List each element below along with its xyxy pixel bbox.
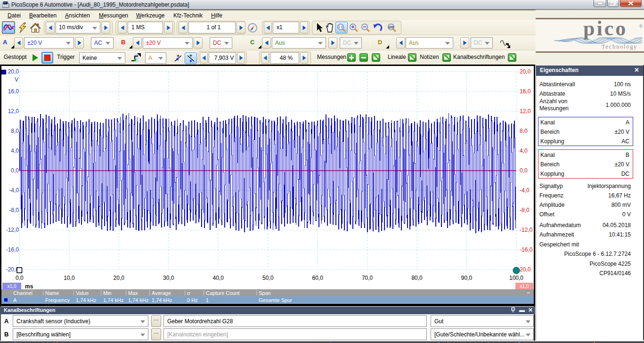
svg-text:V: V [15, 76, 18, 83]
svg-text:20,0: 20,0 [520, 68, 531, 75]
svg-text:20,0: 20,0 [520, 266, 531, 273]
svg-text:10,0: 10,0 [64, 275, 75, 281]
svg-text:80,0: 80,0 [411, 275, 423, 281]
svg-text:-8,0: -8,0 [520, 207, 530, 213]
svg-text:50,0: 50,0 [262, 275, 274, 281]
svg-text:x1,0: x1,0 [8, 284, 16, 289]
svg-text:20,0: 20,0 [114, 275, 125, 281]
svg-text:0,0: 0,0 [16, 275, 24, 281]
svg-text:100,0: 100,0 [509, 275, 523, 281]
svg-text:-4,0: -4,0 [9, 187, 19, 194]
svg-text:4,0: 4,0 [520, 147, 528, 154]
svg-text:16,0: 16,0 [8, 88, 19, 95]
svg-text:100: 100 [388, 25, 394, 29]
svg-text:Technology: Technology [602, 43, 637, 50]
svg-text:20,0: 20,0 [8, 68, 19, 75]
svg-text:x1,0: x1,0 [520, 284, 529, 289]
svg-text:ms: ms [25, 283, 33, 290]
svg-text:-12,0: -12,0 [6, 227, 19, 233]
svg-text:70,0: 70,0 [362, 275, 373, 281]
svg-text:-16,0: -16,0 [520, 246, 533, 253]
svg-text:40,0: 40,0 [213, 275, 224, 281]
svg-text:0,0: 0,0 [520, 167, 528, 174]
svg-text:16,0: 16,0 [520, 88, 531, 95]
svg-text:-4,0: -4,0 [520, 187, 530, 194]
svg-text:60,0: 60,0 [312, 275, 324, 281]
svg-text:90,0: 90,0 [461, 275, 473, 281]
svg-text:4,0: 4,0 [11, 147, 19, 154]
svg-text:12,0: 12,0 [520, 108, 531, 114]
svg-text:-16,0: -16,0 [6, 246, 19, 253]
svg-text:30,0: 30,0 [163, 275, 174, 281]
svg-text:8,0: 8,0 [520, 128, 528, 134]
svg-text:®: ® [639, 23, 643, 29]
svg-text:0,0: 0,0 [11, 167, 19, 174]
svg-text:12,0: 12,0 [8, 108, 19, 114]
svg-text:8,0: 8,0 [11, 128, 19, 134]
svg-text:-12,0: -12,0 [520, 227, 533, 233]
svg-text:pico: pico [583, 19, 628, 40]
svg-text:-8,0: -8,0 [9, 207, 19, 213]
